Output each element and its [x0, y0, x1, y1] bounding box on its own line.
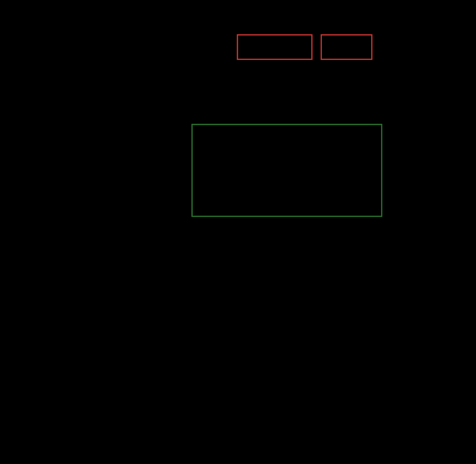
highlight-gpu-rows	[191, 124, 382, 217]
highlight-memory-header	[237, 34, 312, 60]
highlight-gpu-util-header	[321, 34, 372, 60]
